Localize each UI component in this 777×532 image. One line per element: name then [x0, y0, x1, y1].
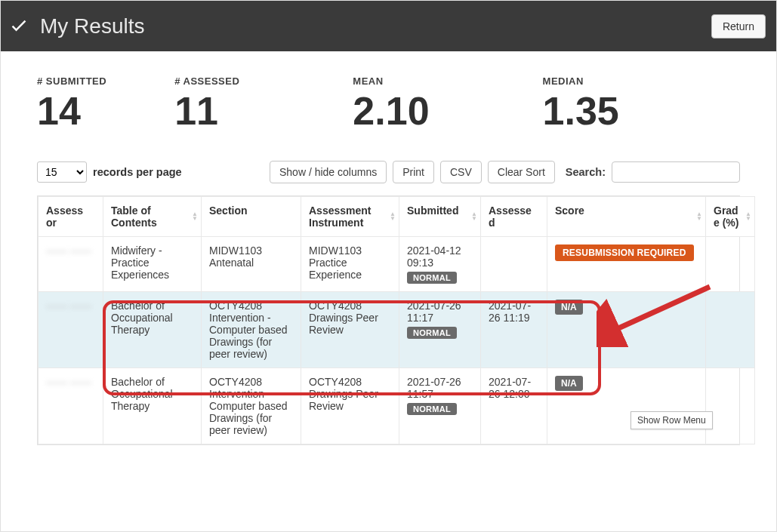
col-section[interactable]: Section [202, 197, 301, 237]
stat-label: MEDIAN [543, 75, 619, 87]
col-assessor[interactable]: Assessor [39, 197, 103, 237]
print-button[interactable]: Print [393, 161, 434, 183]
table-row[interactable]: —— —— Bachelor of Occupational Therapy O… [39, 292, 755, 368]
stat-assessed: # ASSESSED 11 [174, 75, 239, 131]
clear-sort-button[interactable]: Clear Sort [488, 161, 555, 183]
col-toc[interactable]: Table of Contents▲▼ [103, 197, 202, 237]
col-submitted[interactable]: Submitted▲▼ [399, 197, 481, 237]
stats-row: # SUBMITTED 14 # ASSESSED 11 MEAN 2.10 M… [37, 75, 740, 131]
stat-label: # SUBMITTED [37, 75, 106, 87]
cell-grade [706, 237, 755, 292]
stat-value: 11 [174, 91, 239, 131]
cell-toc: Midwifery - Practice Experiences [103, 237, 202, 292]
status-badge: NORMAL [407, 327, 457, 339]
cell-instrument: OCTY4208 Drawings Peer Review [301, 368, 399, 444]
cell-score: N/A [547, 368, 706, 444]
cell-instrument: OCTY4208 Drawings Peer Review [301, 292, 399, 368]
records-per-page-select[interactable]: 15 [37, 161, 87, 183]
cell-grade [706, 292, 755, 368]
header-left: My Results [8, 14, 144, 38]
score-badge-na: N/A [555, 300, 583, 315]
table-row[interactable]: —— —— Bachelor of Occupational Therapy O… [39, 368, 755, 444]
stat-label: # ASSESSED [174, 75, 239, 87]
col-score[interactable]: Score▲▼ [547, 197, 706, 237]
sort-icon: ▲▼ [192, 212, 198, 221]
score-badge-na: N/A [555, 376, 583, 391]
controls-row: 15 records per page Show / hide columns … [37, 161, 740, 183]
cell-section: OCTY4208 Intervention - Computer based D… [202, 292, 301, 368]
cell-score: RESUBMISSION REQUIRED [547, 237, 706, 292]
tooltip-show-row-menu: Show Row Menu [631, 411, 713, 429]
sort-icon: ▲▼ [696, 212, 702, 221]
content-area: # SUBMITTED 14 # ASSESSED 11 MEAN 2.10 M… [1, 51, 776, 445]
score-badge-resubmission: RESUBMISSION REQUIRED [555, 244, 694, 261]
stat-label: MEAN [353, 75, 429, 87]
table-row[interactable]: —— —— Midwifery - Practice Experiences M… [39, 237, 755, 292]
return-button[interactable]: Return [711, 14, 766, 38]
csv-button[interactable]: CSV [440, 161, 482, 183]
search-label: Search: [566, 166, 606, 178]
check-icon [8, 14, 29, 38]
cell-assessor: —— —— [39, 368, 103, 444]
cell-toc: Bachelor of Occupational Therapy [103, 292, 202, 368]
cell-assessor: —— —— [39, 237, 103, 292]
stat-value: 2.10 [353, 91, 429, 131]
records-per-page-label: records per page [93, 166, 182, 178]
page-title: My Results [40, 14, 144, 38]
cell-assessor: —— —— [39, 292, 103, 368]
sort-icon: ▲▼ [745, 212, 751, 221]
cell-toc: Bachelor of Occupational Therapy [103, 368, 202, 444]
stat-mean: MEAN 2.10 [353, 75, 429, 131]
stat-value: 1.35 [543, 91, 619, 131]
show-hide-columns-button[interactable]: Show / hide columns [270, 161, 387, 183]
col-instrument[interactable]: Assessment Instrument▲▼ [301, 197, 399, 237]
cell-score: N/A [547, 292, 706, 368]
cell-assessed [481, 237, 547, 292]
cell-grade [706, 368, 755, 444]
cell-assessed: 2021-07-26 12:00 [481, 368, 547, 444]
cell-submitted: 2021-07-26 11:17 NORMAL [399, 292, 481, 368]
cell-section: MIDW1103 Antenatal [202, 237, 301, 292]
results-table-wrap: Assessor Table of Contents▲▼ Section Ass… [37, 195, 740, 445]
status-badge: NORMAL [407, 403, 457, 415]
sort-icon: ▲▼ [390, 212, 396, 221]
stat-submitted: # SUBMITTED 14 [37, 75, 106, 131]
cell-submitted: 2021-04-12 09:13 NORMAL [399, 237, 481, 292]
col-assessed[interactable]: Assessed [481, 197, 547, 237]
cell-section: OCTY4208 Intervention - Computer based D… [202, 368, 301, 444]
sort-icon: ▲▼ [471, 212, 477, 221]
search-input[interactable] [612, 161, 740, 183]
header-bar: My Results Return [1, 1, 776, 51]
status-badge: NORMAL [407, 272, 457, 284]
col-grade[interactable]: Grade (%)▲▼ [706, 197, 755, 237]
cell-assessed: 2021-07-26 11:19 [481, 292, 547, 368]
stat-median: MEDIAN 1.35 [543, 75, 619, 131]
stat-value: 14 [37, 91, 106, 131]
table-header-row: Assessor Table of Contents▲▼ Section Ass… [39, 197, 755, 237]
cell-instrument: MIDW1103 Practice Experience [301, 237, 399, 292]
results-table: Assessor Table of Contents▲▼ Section Ass… [38, 196, 755, 444]
cell-submitted: 2021-07-26 11:57 NORMAL [399, 368, 481, 444]
